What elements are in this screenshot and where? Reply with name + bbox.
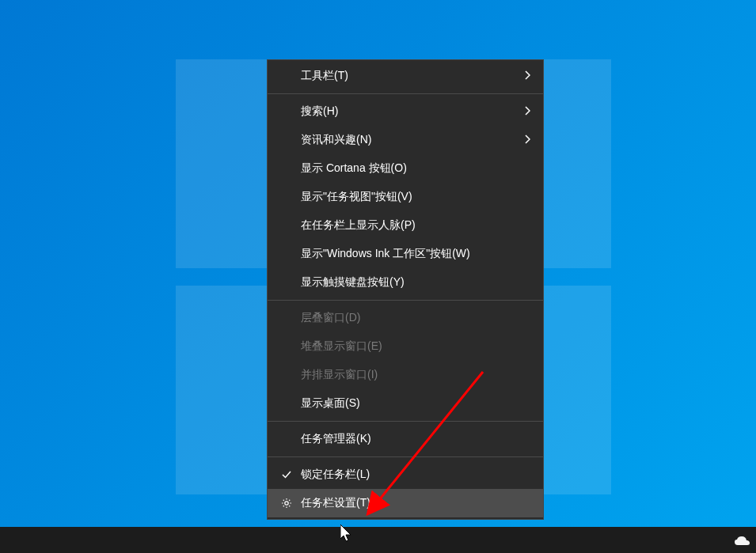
gear-icon: [279, 498, 294, 509]
menu-separator: [268, 421, 543, 422]
menu-label: 任务管理器(K): [301, 432, 530, 446]
menu-item-stack-windows: 堆叠显示窗口(E): [268, 332, 543, 361]
menu-item-show-windows-ink[interactable]: 显示"Windows Ink 工作区"按钮(W): [268, 240, 543, 268]
menu-label: 并排显示窗口(I): [301, 368, 530, 382]
menu-item-lock-taskbar[interactable]: 锁定任务栏(L): [268, 460, 543, 489]
menu-label: 显示"Windows Ink 工作区"按钮(W): [301, 247, 530, 261]
menu-label: 显示桌面(S): [301, 396, 530, 411]
weather-icon[interactable]: [733, 534, 752, 551]
menu-label: 搜索(H): [301, 104, 524, 119]
menu-item-show-cortana[interactable]: 显示 Cortana 按钮(O): [268, 154, 543, 183]
menu-separator: [268, 93, 543, 94]
menu-label: 显示"任务视图"按钮(V): [301, 190, 530, 204]
menu-item-show-touch-keyboard[interactable]: 显示触摸键盘按钮(Y): [268, 268, 543, 297]
menu-item-task-manager[interactable]: 任务管理器(K): [268, 425, 543, 453]
checkmark-icon: [279, 469, 294, 480]
menu-item-search[interactable]: 搜索(H): [268, 97, 543, 126]
menu-item-toolbars[interactable]: 工具栏(T): [268, 62, 543, 90]
menu-item-taskbar-settings[interactable]: 任务栏设置(T): [268, 489, 543, 517]
chevron-right-icon: [524, 106, 530, 117]
menu-item-show-people[interactable]: 在任务栏上显示人脉(P): [268, 211, 543, 240]
menu-label: 堆叠显示窗口(E): [301, 339, 530, 354]
menu-separator: [268, 456, 543, 457]
menu-label: 层叠窗口(D): [301, 311, 530, 325]
chevron-right-icon: [524, 134, 530, 146]
menu-separator: [268, 300, 543, 301]
taskbar-context-menu: 工具栏(T) 搜索(H) 资讯和兴趣(N) 显示 Cortana 按钮(O: [267, 59, 544, 520]
menu-label: 资讯和兴趣(N): [301, 133, 524, 147]
menu-label: 在任务栏上显示人脉(P): [301, 218, 530, 233]
menu-label: 锁定任务栏(L): [301, 468, 530, 482]
menu-item-cascade-windows: 层叠窗口(D): [268, 304, 543, 332]
menu-item-show-desktop[interactable]: 显示桌面(S): [268, 389, 543, 418]
menu-item-show-task-view[interactable]: 显示"任务视图"按钮(V): [268, 183, 543, 211]
chevron-right-icon: [524, 70, 530, 81]
menu-item-side-by-side: 并排显示窗口(I): [268, 361, 543, 389]
menu-item-news-interests[interactable]: 资讯和兴趣(N): [268, 126, 543, 154]
menu-label: 显示触摸键盘按钮(Y): [301, 275, 530, 290]
taskbar[interactable]: [0, 527, 756, 553]
desktop[interactable]: 工具栏(T) 搜索(H) 资讯和兴趣(N) 显示 Cortana 按钮(O: [0, 0, 756, 553]
menu-label: 任务栏设置(T): [301, 496, 530, 510]
svg-point-0: [285, 502, 288, 505]
menu-label: 工具栏(T): [301, 69, 524, 83]
menu-label: 显示 Cortana 按钮(O): [301, 161, 530, 176]
